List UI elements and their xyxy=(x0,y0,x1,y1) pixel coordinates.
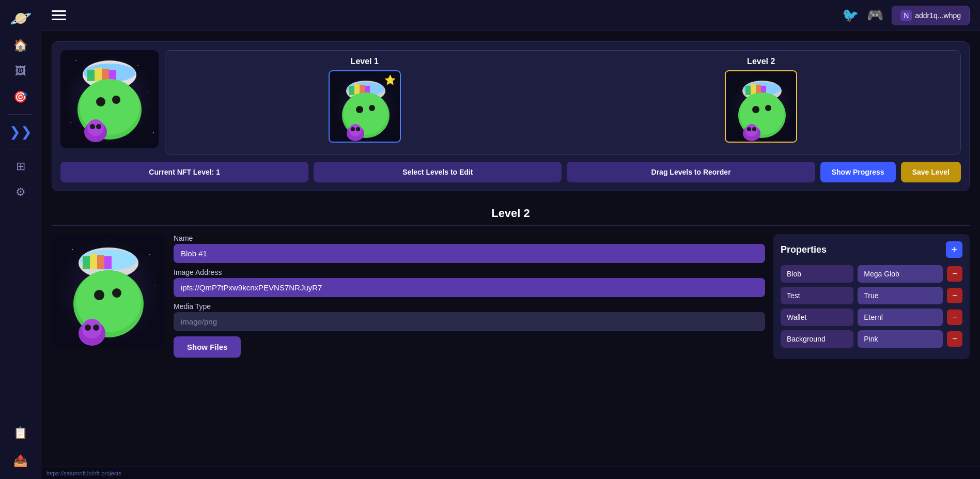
svg-point-17 xyxy=(112,96,120,104)
level-edit-body: Name Image Address Media Type Show Files xyxy=(52,234,970,359)
media-type-label: Media Type xyxy=(174,302,765,311)
media-type-field-group: Media Type xyxy=(174,302,765,331)
level-edit-section: Level 2 xyxy=(52,199,970,369)
media-type-input xyxy=(174,312,765,331)
svg-point-16 xyxy=(96,97,105,106)
current-nft-level-button[interactable]: Current NFT Level: 1 xyxy=(60,162,308,182)
select-levels-button[interactable]: Select Levels to Edit xyxy=(314,162,562,182)
sidebar-item-settings[interactable]: ⚙ xyxy=(9,181,32,204)
svg-point-6 xyxy=(153,132,154,133)
svg-point-53 xyxy=(752,127,756,131)
property-row-wallet: Wallet Eternl − xyxy=(781,308,962,326)
svg-point-49 xyxy=(765,105,771,111)
svg-point-32 xyxy=(356,106,363,113)
prop-key-blob: Blob xyxy=(781,265,853,283)
property-row-test: Test True − xyxy=(781,287,962,304)
sidebar-item-target[interactable]: 🎯 xyxy=(9,86,32,109)
image-address-input[interactable] xyxy=(174,278,765,297)
twitter-icon[interactable]: 🐦 xyxy=(842,7,859,23)
sidebar-item-clipboard[interactable]: 📋 xyxy=(9,422,32,444)
prop-key-background: Background xyxy=(781,330,853,348)
show-progress-button[interactable]: Show Progress xyxy=(820,162,896,182)
image-address-field-group: Image Address xyxy=(174,268,765,297)
svg-rect-63 xyxy=(90,254,97,269)
levels-buttons-row: Current NFT Level: 1 Select Levels to Ed… xyxy=(60,162,961,182)
sidebar-item-home[interactable]: 🏠 xyxy=(9,34,32,57)
svg-point-20 xyxy=(90,124,95,129)
discord-icon[interactable]: 🎮 xyxy=(867,7,883,23)
sidebar-item-export[interactable]: 📤 xyxy=(9,450,32,472)
svg-point-37 xyxy=(356,127,360,131)
svg-point-36 xyxy=(351,127,355,131)
wallet-button[interactable]: N addr1q...whpg xyxy=(892,6,970,25)
image-address-label: Image Address xyxy=(174,268,765,276)
properties-header: Properties + xyxy=(781,241,962,258)
network-label: N xyxy=(900,10,912,21)
property-row-background: Background Pink − xyxy=(781,330,962,348)
main-area: 🐦 🎮 N addr1q...whpg xyxy=(41,0,980,479)
level-edit-form: Name Image Address Media Type Show Files xyxy=(174,234,765,359)
svg-rect-43 xyxy=(751,84,756,95)
level2-title: Level 2 xyxy=(568,57,955,66)
properties-title: Properties xyxy=(781,244,827,255)
star-badge: ⭐ xyxy=(384,74,396,86)
svg-point-19 xyxy=(87,119,104,136)
level1-column: Level 1 ⭐ xyxy=(172,57,558,143)
sidebar-logo[interactable]: 🪐 xyxy=(9,7,32,29)
levels-header-row: Level 1 ⭐ xyxy=(172,57,954,143)
prop-val-wallet: Eternl xyxy=(858,308,943,326)
sidebar-item-gallery[interactable]: 🖼 xyxy=(9,60,32,83)
name-input[interactable] xyxy=(174,244,765,263)
svg-rect-64 xyxy=(97,255,104,269)
levels-group: Level 1 ⭐ xyxy=(165,50,961,154)
level-edit-title: Level 2 xyxy=(52,199,970,226)
wallet-address: addr1q...whpg xyxy=(915,11,961,20)
name-field-group: Name xyxy=(174,234,765,263)
delete-prop-test[interactable]: − xyxy=(947,288,962,303)
level2-thumb-1[interactable] xyxy=(725,70,797,143)
header-left xyxy=(52,10,66,20)
svg-point-73 xyxy=(93,325,99,331)
svg-rect-10 xyxy=(87,70,95,81)
prop-key-test: Test xyxy=(781,287,853,304)
prop-key-wallet: Wallet xyxy=(781,308,853,326)
save-level-button[interactable]: Save Level xyxy=(901,162,961,182)
svg-rect-65 xyxy=(104,256,112,269)
current-nft-image xyxy=(60,50,159,148)
drag-levels-button[interactable]: Drag Levels to Reorder xyxy=(567,162,815,182)
hamburger-menu[interactable] xyxy=(52,10,66,20)
statusbar-url: https://saturnnft.io/nft-projects xyxy=(46,470,121,476)
level1-thumb-1[interactable]: ⭐ xyxy=(329,70,401,143)
svg-point-1 xyxy=(75,60,76,61)
level1-thumbnails: ⭐ xyxy=(172,70,558,143)
level2-column: Level 2 xyxy=(568,57,955,143)
prop-val-test: True xyxy=(858,287,943,304)
delete-prop-blob[interactable]: − xyxy=(947,266,962,282)
levels-images-row: Level 1 ⭐ xyxy=(60,50,961,154)
properties-list: Blob Mega Glob − Test True − Wallet xyxy=(781,265,962,352)
header: 🐦 🎮 N addr1q...whpg xyxy=(41,0,980,31)
sidebar-bottom: 📋 📤 xyxy=(9,420,32,474)
svg-rect-42 xyxy=(745,86,751,95)
sidebar-item-grid[interactable]: ⊞ xyxy=(9,155,32,178)
sidebar-divider-1 xyxy=(8,114,33,115)
show-files-button[interactable]: Show Files xyxy=(174,336,241,358)
sidebar-item-arrows[interactable]: ❯❯ xyxy=(9,120,32,143)
svg-rect-62 xyxy=(83,256,90,269)
sidebar-divider-2 xyxy=(8,149,33,149)
levels-top-panel: Level 1 ⭐ xyxy=(52,41,970,191)
level-edit-image xyxy=(52,234,165,348)
delete-prop-wallet[interactable]: − xyxy=(947,310,962,325)
delete-prop-background[interactable]: − xyxy=(947,331,962,347)
svg-point-72 xyxy=(85,325,91,331)
svg-point-69 xyxy=(112,288,121,298)
svg-rect-26 xyxy=(349,86,354,95)
property-row-blob: Blob Mega Glob − xyxy=(781,265,962,283)
sidebar: 🪐 🏠 🖼 🎯 ❯❯ ⊞ ⚙ 📋 📤 xyxy=(0,0,41,479)
svg-point-21 xyxy=(96,124,101,129)
level1-title: Level 1 xyxy=(172,57,558,66)
svg-point-57 xyxy=(149,254,150,255)
svg-point-48 xyxy=(752,106,759,113)
add-property-button[interactable]: + xyxy=(946,241,962,258)
statusbar: https://saturnnft.io/nft-projects xyxy=(41,467,980,479)
